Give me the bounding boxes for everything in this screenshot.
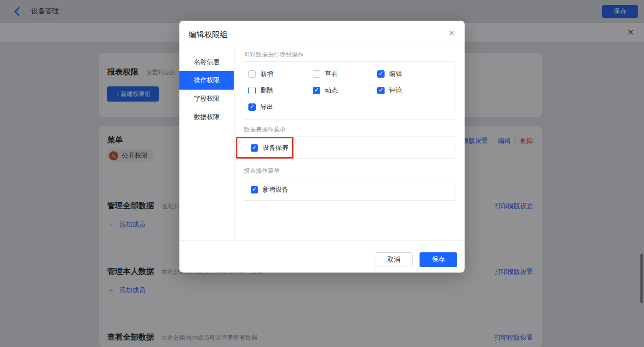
checkbox-device-maintenance[interactable]: 设备保养: [251, 144, 288, 152]
checkbox-icon[interactable]: [248, 87, 256, 94]
checkbox-icon[interactable]: [251, 186, 258, 193]
section-label: 数据表操作菜单: [244, 125, 286, 134]
checkbox-delete[interactable]: 删除: [248, 86, 273, 95]
tab-operation-permission[interactable]: 操作权限: [179, 71, 234, 90]
cancel-button[interactable]: 取消: [375, 252, 413, 267]
section-label: 可对数据进行哪些操作: [244, 51, 304, 59]
operations-box: 新增 查看 编辑 删除 动态 评论: [244, 61, 455, 119]
checkbox-icon[interactable]: [251, 144, 258, 152]
section-label: 报表操作菜单: [244, 167, 280, 175]
modal-header: 编辑权限组 ×: [179, 21, 465, 47]
table-menu-box: 设备保养: [244, 137, 455, 159]
checkbox-add-device[interactable]: 新增设备: [251, 186, 288, 194]
checkbox-icon[interactable]: [313, 70, 320, 78]
modal-tab-list: 名称信息 操作权限 字段权限 数据权限: [179, 47, 235, 240]
edit-permission-group-modal: 编辑权限组 × 名称信息 操作权限 字段权限 数据权限 可对数据进行哪些操作 新…: [179, 21, 465, 273]
modal-content: 可对数据进行哪些操作 新增 查看 编辑 删除 动态: [235, 47, 465, 240]
checkbox-icon[interactable]: [377, 87, 385, 94]
modal-close-icon[interactable]: ×: [448, 27, 454, 39]
checkbox-activity[interactable]: 动态: [313, 86, 338, 95]
save-button[interactable]: 保存: [420, 252, 457, 267]
checkbox-export[interactable]: 导出: [248, 103, 273, 111]
tab-data-permission[interactable]: 数据权限: [179, 108, 234, 126]
report-menu-box: 新增设备: [244, 178, 455, 201]
checkbox-icon[interactable]: [248, 70, 256, 78]
checkbox-icon[interactable]: [248, 103, 256, 111]
modal-footer: 取消 保存: [179, 240, 465, 273]
checkbox-icon[interactable]: [313, 87, 320, 94]
checkbox-edit[interactable]: 编辑: [377, 70, 402, 78]
checkbox-comment[interactable]: 评论: [377, 86, 402, 95]
checkbox-view[interactable]: 查看: [313, 70, 338, 78]
checkbox-add[interactable]: 新增: [248, 70, 273, 78]
tab-field-permission[interactable]: 字段权限: [179, 90, 234, 108]
checkbox-icon[interactable]: [377, 70, 385, 78]
tab-name-info[interactable]: 名称信息: [179, 53, 234, 71]
modal-title: 编辑权限组: [189, 29, 228, 40]
